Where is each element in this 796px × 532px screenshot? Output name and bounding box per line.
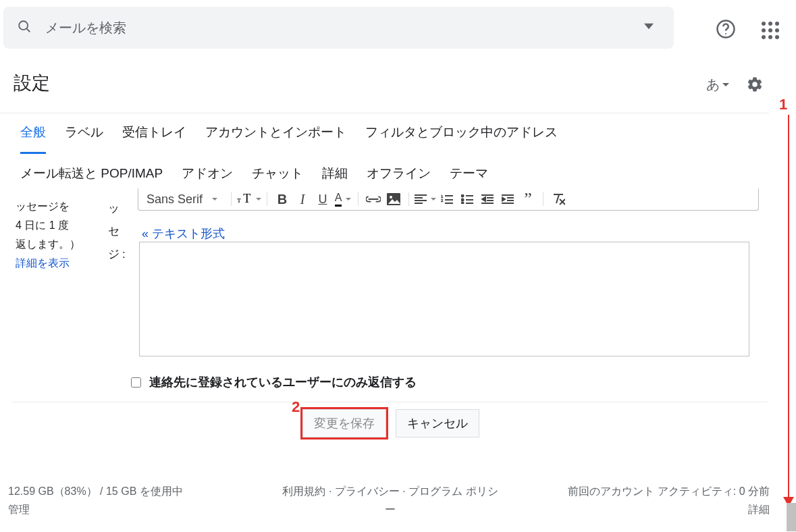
message-body-editor[interactable] — [139, 242, 749, 356]
svg-line-1 — [27, 29, 30, 32]
action-buttons: 変更を保存 キャンセル — [302, 409, 479, 437]
indent-less-button[interactable] — [478, 190, 497, 209]
footer-links: 利用規約 · プライバシー · プログラム ポリシ ー — [262, 485, 519, 517]
footer-storage: 12.59 GB（83%） / 15 GB を使用中 管理 — [8, 485, 183, 517]
underline-button[interactable]: U — [313, 190, 332, 209]
annotation-marker-1: 1 — [779, 96, 787, 113]
separator — [543, 192, 543, 206]
divider — [11, 402, 768, 402]
search-input[interactable] — [45, 20, 637, 36]
search-icon — [17, 19, 32, 36]
svg-text:т: т — [237, 195, 241, 205]
text-line: 4 日に 1 度 — [16, 216, 80, 235]
tab-advanced[interactable]: 詳細 — [322, 165, 348, 182]
separator — [231, 192, 232, 206]
font-family-select[interactable]: Sans Serif — [144, 192, 225, 207]
language-button[interactable]: あ — [706, 76, 729, 94]
separator — [408, 192, 409, 206]
search-options-caret[interactable] — [637, 15, 660, 41]
text-color-button[interactable]: A — [334, 190, 352, 209]
svg-line-32 — [556, 194, 559, 203]
annotation-arrow-line — [788, 115, 789, 500]
scrollbar-thumb[interactable] — [787, 503, 796, 531]
svg-text:2: 2 — [441, 198, 444, 203]
svg-point-17 — [462, 195, 464, 197]
help-icon[interactable] — [716, 19, 736, 42]
gear-icon[interactable] — [746, 76, 764, 96]
tab-forwarding-pop-imap[interactable]: メール転送と POP/IMAP — [20, 165, 163, 182]
tab-general[interactable]: 全般 — [20, 124, 46, 154]
language-label: あ — [706, 76, 720, 94]
italic-button[interactable]: I — [293, 190, 312, 209]
message-label: ッ セ ジ: — [108, 197, 128, 266]
contacts-only-label: 連絡先に登録されているユーザーにのみ返信する — [149, 374, 417, 390]
font-name-label: Sans Serif — [147, 192, 203, 207]
tab-chat[interactable]: チャット — [252, 165, 303, 182]
learn-more-link[interactable]: 詳細を表示 — [16, 257, 70, 269]
plain-text-link[interactable]: « テキスト形式 — [142, 225, 225, 242]
svg-point-0 — [19, 21, 28, 30]
separator — [267, 192, 267, 206]
rich-text-toolbar: Sans Serif тT B I U A 12 ” — [138, 188, 759, 211]
indent-more-button[interactable] — [498, 190, 517, 209]
settings-tabs-row2: メール転送と POP/IMAP アドオン チャット 詳細 オフライン テーマ — [20, 165, 488, 182]
tab-offline[interactable]: オフライン — [367, 165, 431, 182]
activity-text: 前回のアカウント アクティビティ: 0 分前 — [527, 485, 770, 499]
save-button[interactable]: 変更を保存 — [302, 409, 386, 437]
vacation-hint-text: ッセージを 4 日に 1 度 返します。） 詳細を表示 — [16, 197, 80, 273]
policy-links-cont: ー — [262, 503, 519, 517]
tab-filters-blocked[interactable]: フィルタとブロック中のアドレス — [365, 124, 558, 154]
cancel-button[interactable]: キャンセル — [396, 409, 479, 437]
quote-button[interactable]: ” — [519, 190, 537, 209]
svg-point-7 — [390, 196, 392, 198]
settings-tabs-row1: 全般 ラベル 受信トレイ アカウントとインポート フィルタとブロック中のアドレス — [20, 124, 558, 154]
policy-links[interactable]: 利用規約 · プライバシー · プログラム ポリシ — [262, 485, 519, 499]
bulleted-list-button[interactable] — [458, 190, 477, 209]
image-button[interactable] — [384, 190, 403, 209]
align-button[interactable] — [415, 190, 436, 209]
font-size-select[interactable]: тT — [237, 190, 261, 209]
tab-inbox[interactable]: 受信トレイ — [122, 124, 186, 154]
svg-point-3 — [725, 33, 726, 34]
details-link[interactable]: 詳細 — [527, 503, 770, 517]
text-char: ッ — [108, 197, 128, 220]
caret-down-icon — [722, 83, 729, 86]
clear-formatting-button[interactable] — [549, 190, 568, 209]
svg-point-21 — [462, 203, 464, 205]
tab-labels[interactable]: ラベル — [65, 124, 103, 154]
storage-text: 12.59 GB（83%） / 15 GB を使用中 — [8, 485, 183, 499]
svg-text:T: T — [243, 193, 250, 205]
svg-point-19 — [462, 199, 464, 201]
text-line: ッセージを — [16, 197, 80, 216]
apps-grid-icon[interactable] — [762, 22, 779, 39]
tab-addons[interactable]: アドオン — [182, 165, 233, 182]
text-char: セ — [108, 220, 128, 243]
save-button-wrapper: 変更を保存 — [302, 409, 386, 437]
divider — [0, 113, 769, 113]
contacts-only-row: 連絡先に登録されているユーザーにのみ返信する — [131, 374, 417, 390]
text-line: 返します。） — [16, 235, 80, 254]
search-bar[interactable] — [3, 7, 674, 49]
link-button[interactable] — [364, 190, 383, 209]
contacts-only-checkbox[interactable] — [131, 377, 141, 388]
separator — [358, 192, 359, 206]
tab-themes[interactable]: テーマ — [450, 165, 488, 182]
tab-accounts-import[interactable]: アカウントとインポート — [205, 124, 346, 154]
page-title: 設定 — [14, 71, 50, 95]
annotation-marker-2: 2 — [292, 398, 300, 416]
footer-activity: 前回のアカウント アクティビティ: 0 分前 詳細 — [527, 485, 770, 517]
numbered-list-button[interactable]: 12 — [437, 190, 456, 209]
manage-link[interactable]: 管理 — [8, 503, 183, 517]
bold-button[interactable]: B — [273, 190, 292, 209]
text-char: ジ: — [108, 243, 128, 266]
